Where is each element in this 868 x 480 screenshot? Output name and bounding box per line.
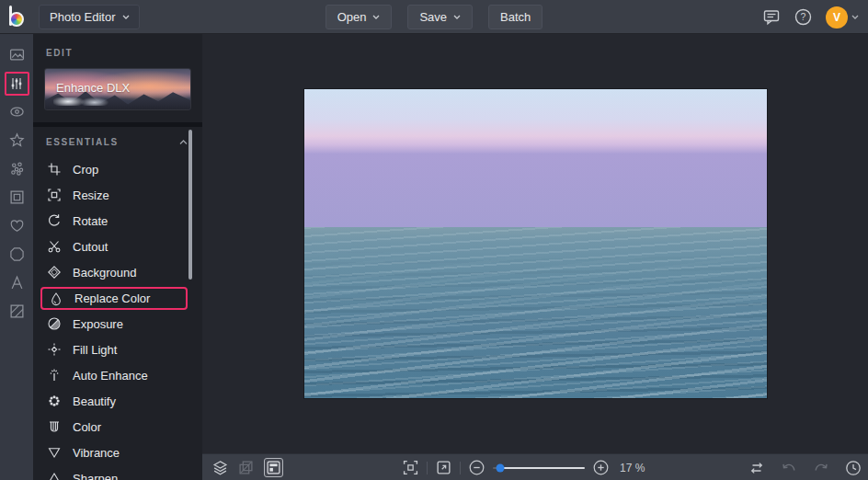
star-icon [9, 132, 25, 148]
undo-icon[interactable] [781, 461, 797, 475]
app-switcher-button[interactable]: Photo Editor [39, 5, 140, 29]
panel-layout-toggle[interactable] [264, 458, 283, 477]
batch-label: Batch [500, 10, 531, 24]
menu-label: Exposure [73, 317, 123, 331]
menu-item-beautify[interactable]: Beautify [33, 388, 202, 414]
menu-item-cutout[interactable]: Cutout [33, 234, 202, 259]
enhance-dlx-card[interactable]: Enhance DLX [44, 68, 191, 110]
edit-section-header: EDIT [33, 34, 202, 68]
working-image [304, 89, 767, 398]
rail-item-textures[interactable] [0, 297, 33, 326]
resize-icon [47, 188, 62, 202]
chevron-down-icon [372, 15, 380, 19]
left-icon-rail [0, 34, 33, 480]
text-icon [9, 275, 25, 291]
panel-scrollbar[interactable] [188, 130, 192, 280]
rail-item-photo-manager[interactable] [0, 40, 33, 69]
scissors-icon [47, 239, 62, 254]
flatten-layers-icon[interactable] [238, 460, 254, 475]
history-icon[interactable] [845, 460, 862, 476]
avatar-initial: V [833, 11, 840, 24]
fit-to-screen-icon[interactable] [403, 460, 418, 475]
zoom-out-button[interactable] [469, 460, 485, 475]
divider [427, 462, 428, 474]
chevron-down-icon [122, 15, 130, 19]
menu-item-exposure[interactable]: Exposure [33, 311, 202, 337]
frame-icon [9, 189, 25, 205]
save-label: Save [419, 10, 447, 24]
rotate-icon [47, 213, 62, 228]
zoom-slider-knob[interactable] [497, 463, 505, 472]
crop-icon [47, 162, 62, 177]
menu-label: Auto Enhance [73, 369, 148, 383]
menu-item-vibrance[interactable]: Vibrance [33, 440, 202, 465]
rail-item-touch-up[interactable] [0, 97, 33, 126]
open-button[interactable]: Open [326, 5, 393, 29]
layers-icon[interactable] [212, 460, 228, 475]
menu-label: Color [73, 420, 101, 434]
exposure-icon [47, 316, 62, 331]
menu-label: Sharpen [73, 472, 118, 480]
help-icon[interactable]: ? [794, 8, 812, 26]
droplet-icon [49, 291, 63, 306]
fullscreen-icon[interactable] [436, 460, 451, 475]
essentials-menu: Crop Resize Rotate Cutout Background Rep… [33, 154, 202, 480]
rail-item-frames[interactable] [0, 183, 33, 211]
paint-dots-icon [9, 161, 25, 177]
rail-item-effects[interactable] [0, 126, 33, 154]
zoom-in-button[interactable] [593, 460, 609, 475]
fill-light-icon [47, 342, 62, 357]
background-icon [47, 265, 62, 280]
eye-icon [9, 104, 25, 120]
color-swatches-icon [47, 419, 62, 434]
bottom-toolbar: 17 % [202, 453, 868, 480]
triangle-down-icon [47, 445, 62, 460]
avatar: V [826, 6, 848, 29]
chevron-down-icon [453, 15, 461, 19]
active-tool-highlight [5, 72, 29, 96]
redo-icon[interactable] [813, 461, 829, 475]
image-icon [9, 47, 25, 63]
menu-item-crop[interactable]: Crop [33, 156, 202, 182]
menu-item-replace-color[interactable]: Replace Color [40, 287, 188, 310]
compare-toggle-icon[interactable] [748, 461, 765, 475]
rail-item-overlays[interactable] [0, 211, 33, 240]
essentials-section-toggle[interactable]: ESSENTIALS [33, 127, 202, 154]
menu-label: Vibrance [73, 446, 120, 460]
save-button[interactable]: Save [407, 5, 473, 29]
rail-item-artsy[interactable] [0, 154, 33, 183]
menu-item-background[interactable]: Background [33, 259, 202, 285]
flower-icon [47, 394, 62, 408]
menu-label: Fill Light [73, 343, 117, 357]
menu-label: Replace Color [74, 291, 150, 305]
menu-label: Crop [73, 163, 98, 177]
menu-item-sharpen[interactable]: Sharpen [33, 465, 202, 480]
feedback-chat-icon[interactable] [763, 9, 781, 26]
batch-button[interactable]: Batch [488, 5, 542, 29]
menu-label: Beautify [73, 394, 116, 408]
texture-icon [9, 303, 25, 319]
menu-item-color[interactable]: Color [33, 414, 202, 440]
rail-item-graphics[interactable] [0, 240, 33, 269]
befunky-logo[interactable] [6, 5, 30, 29]
menu-item-rotate[interactable]: Rotate [33, 208, 202, 234]
heart-icon [9, 218, 25, 234]
menu-item-auto-enhance[interactable]: Auto Enhance [33, 362, 202, 388]
open-label: Open [337, 10, 367, 24]
menu-label: Rotate [73, 214, 108, 228]
sliders-icon [9, 76, 24, 91]
rail-item-edit-tools[interactable] [0, 69, 33, 97]
menu-label: Background [73, 266, 136, 280]
account-menu[interactable]: V [826, 6, 859, 29]
photo-sea [304, 227, 767, 398]
menu-item-fill-light[interactable]: Fill Light [33, 337, 202, 362]
svg-text:?: ? [801, 11, 806, 22]
zoom-slider[interactable] [493, 467, 585, 469]
zoom-level-value: 17 % [620, 462, 645, 474]
menu-item-resize[interactable]: Resize [33, 182, 202, 208]
chevron-up-icon [179, 140, 188, 145]
badge-icon [9, 246, 25, 262]
edit-panel: EDIT Enhance DLX ESSENTIALS Crop Resize … [33, 34, 202, 480]
rail-item-text[interactable] [0, 269, 33, 297]
app-title: Photo Editor [50, 10, 116, 24]
